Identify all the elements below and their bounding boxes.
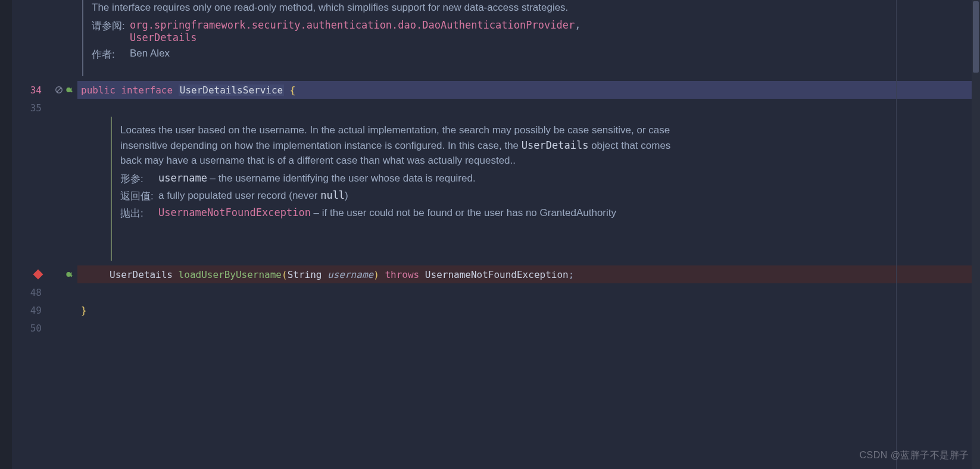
code-line-48[interactable] xyxy=(77,283,980,301)
line-number xyxy=(12,269,42,280)
doc-see-ref-1[interactable]: org.springframework.security.authenticat… xyxy=(130,19,575,31)
watermark: CSDN @蓝胖子不是胖子 xyxy=(859,449,969,462)
return-type: UserDetails xyxy=(110,269,173,280)
keyword-interface: interface xyxy=(121,85,173,96)
doc-see-row: 请参阅: org.springframework.security.authen… xyxy=(92,19,980,44)
code-area[interactable]: The interface requires only one read-onl… xyxy=(77,0,980,469)
gutter[interactable]: 34 35 48 49 50 xyxy=(12,0,77,469)
doc-return-label: 返回值: xyxy=(120,189,158,203)
open-brace: { xyxy=(290,85,296,96)
close-brace: } xyxy=(81,305,87,316)
gutter-row-35[interactable]: 35 xyxy=(12,99,77,117)
gutter-row-48[interactable]: 48 xyxy=(12,283,77,301)
line-number: 34 xyxy=(12,85,42,96)
code-editor: 34 35 48 49 50 xyxy=(0,0,980,469)
left-strip xyxy=(0,0,12,469)
doc-author-row: 作者: Ben Alex xyxy=(92,48,980,61)
gutter-row-50[interactable]: 50 xyxy=(12,319,77,337)
gutter-row-sig[interactable] xyxy=(12,265,77,283)
keyword-throws: throws xyxy=(385,269,419,280)
overriding-icon[interactable] xyxy=(65,270,74,279)
method-name: loadUserByUsername xyxy=(179,269,282,280)
implementations-icon[interactable] xyxy=(65,86,74,94)
doc-summary: The interface requires only one read-onl… xyxy=(92,0,657,15)
doc-see-label: 请参阅: xyxy=(92,19,130,44)
doc-throws-desc: – if the user could not be found or the … xyxy=(311,207,616,218)
exception-type: UsernameNotFoundException xyxy=(425,269,569,280)
keyword-public: public xyxy=(81,85,116,96)
doc-params-row: 形参: username – the username identifying … xyxy=(120,172,980,186)
semicolon: ; xyxy=(569,269,575,280)
doc-params-label: 形参: xyxy=(120,172,158,186)
code-line-50[interactable] xyxy=(77,319,980,337)
gutter-row-34[interactable]: 34 xyxy=(12,81,77,99)
doc-border xyxy=(111,117,112,261)
interface-name: UserDetailsService xyxy=(179,85,284,96)
method-doc-text: Locates the user based on the username. … xyxy=(120,123,686,168)
line-number: 35 xyxy=(12,102,42,114)
doc-code: UserDetails xyxy=(522,139,589,151)
param-type: String xyxy=(288,269,322,280)
doc-return-a: a fully populated user record (never xyxy=(158,190,320,201)
code-line-signature[interactable]: UserDetails loadUserByUsername(String us… xyxy=(77,265,980,283)
doc-return-b: ) xyxy=(345,190,348,201)
scrollbar-thumb[interactable] xyxy=(973,1,979,73)
svg-line-1 xyxy=(57,88,61,92)
doc-throws-row: 抛出: UsernameNotFoundException – if the u… xyxy=(120,207,980,220)
doc-param-desc: – the username identifying the user whos… xyxy=(207,173,476,184)
line-number: 49 xyxy=(12,305,42,316)
class-javadoc: The interface requires only one read-onl… xyxy=(77,0,980,81)
doc-author-label: 作者: xyxy=(92,48,130,61)
line-number: 50 xyxy=(12,323,42,334)
rparen: ) xyxy=(373,269,379,280)
comma: , xyxy=(575,19,580,31)
doc-param-name: username xyxy=(158,172,207,184)
doc-border xyxy=(82,0,83,76)
lparen: ( xyxy=(282,269,288,280)
code-line-35[interactable] xyxy=(77,99,980,117)
code-line-34[interactable]: public interface UserDetailsService { xyxy=(77,81,980,99)
doc-return-code: null xyxy=(320,189,345,201)
param-name: username xyxy=(327,269,373,280)
doc-see-ref-2[interactable]: UserDetails xyxy=(130,32,197,43)
gutter-row-49[interactable]: 49 xyxy=(12,301,77,319)
doc-return-row: 返回值: a fully populated user record (neve… xyxy=(120,189,980,203)
no-entry-icon xyxy=(55,86,63,94)
doc-throws-label: 抛出: xyxy=(120,207,158,220)
line-number: 48 xyxy=(12,287,42,298)
vertical-scrollbar[interactable] xyxy=(972,0,980,469)
method-javadoc: Locates the user based on the username. … xyxy=(106,117,980,265)
doc-throws-name[interactable]: UsernameNotFoundException xyxy=(158,207,311,218)
doc-author-value: Ben Alex xyxy=(130,48,170,61)
code-line-49[interactable]: } xyxy=(77,301,980,319)
